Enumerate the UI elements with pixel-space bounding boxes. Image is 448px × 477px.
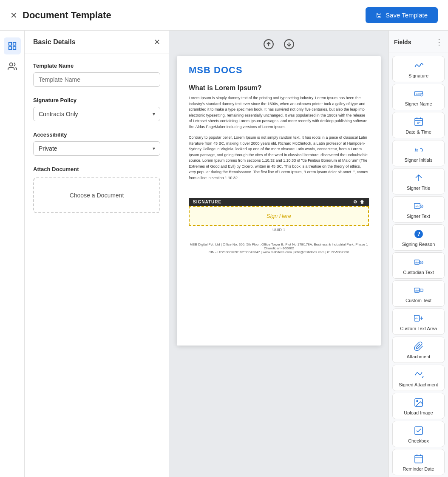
svg-point-4 (9, 63, 12, 66)
field-button-signer-name[interactable]: ABC Signer Name (392, 84, 445, 110)
top-bar-left: ✕ Document Template (10, 10, 111, 21)
scroll-down-button[interactable] (282, 37, 296, 51)
sidebar-icon-details[interactable] (4, 37, 21, 54)
template-name-label: Template Name (33, 63, 160, 69)
field-button-date-time[interactable]: Date & Time (392, 112, 445, 138)
sign-here-area[interactable]: Sign Here (189, 206, 369, 226)
field-button-signing-reason[interactable]: ? Signing Reason (392, 224, 445, 251)
field-label-checkbox: Checkbox (408, 438, 429, 443)
center-panel: MSB DOCS What is Lorem Ipsum? Lorem Ipsu… (169, 31, 388, 477)
main-layout: Basic Details ✕ Template Name Signature … (0, 31, 448, 477)
signature-policy-wrap: Contracts Only All Documents ▾ (33, 107, 160, 121)
field-button-reminder-date[interactable]: Reminder Date (392, 449, 445, 475)
signature-block: SIGNATURE ⚙ 🗑 Sign Here UUID-1 (189, 198, 369, 232)
panel-close-button[interactable]: ✕ (154, 37, 160, 47)
field-button-checkbox[interactable]: Checkbox (392, 421, 445, 447)
fields-panel-menu[interactable]: ⋮ (435, 37, 443, 47)
top-bar: ✕ Document Template 🖫 Save Template (0, 0, 448, 31)
field-label-custodian-text: Custodian Text (403, 270, 434, 275)
accessibility-label: Accessibility (33, 131, 160, 138)
choose-document-label: Choose a Document (70, 192, 124, 199)
signature-field-icon (414, 60, 424, 71)
signature-policy-label: Signature Policy (33, 97, 160, 103)
sidebar-icon-users[interactable] (4, 58, 21, 75)
svg-text:abc: abc (415, 205, 420, 208)
field-button-signer-initials[interactable]: In Signer Initials (392, 140, 445, 166)
icon-sidebar (0, 31, 25, 477)
panel-header: Basic Details ✕ (25, 31, 169, 54)
svg-point-21 (420, 205, 423, 208)
save-template-button[interactable]: 🖫 Save Template (366, 7, 438, 23)
field-button-signer-title[interactable]: Signer Title (392, 168, 445, 194)
field-button-signature[interactable]: Signature (392, 56, 445, 82)
attach-section: Attach Document Choose a Document (33, 166, 160, 213)
close-button[interactable]: ✕ (10, 10, 17, 20)
field-label-signer-name: Signer Name (405, 101, 432, 106)
signature-policy-select[interactable]: Contracts Only All Documents (33, 107, 160, 121)
svg-point-11 (420, 93, 423, 96)
doc-body: What is Lorem Ipsum? Lorem Ipsum is simp… (177, 79, 381, 191)
doc-header: MSB DOCS (177, 56, 381, 79)
arrow-down-circle-icon (284, 39, 295, 50)
field-button-custom-text-area[interactable]: abc Custom Text Area (392, 308, 445, 335)
field-label-signed-attachment: Signed Attachment (399, 382, 438, 387)
doc-para1: Lorem Ipsum is simply dummy text of the … (189, 95, 369, 130)
accessibility-wrap: Private Public ▾ (33, 141, 160, 156)
svg-rect-29 (420, 289, 423, 291)
signature-label-bar: SIGNATURE ⚙ 🗑 (189, 198, 369, 206)
svg-rect-36 (415, 455, 422, 463)
scroll-up-button[interactable] (262, 37, 275, 51)
users-icon (8, 62, 17, 71)
accessibility-select[interactable]: Private Public (33, 141, 160, 156)
field-button-custom-text[interactable]: abc Custom Text (392, 280, 445, 307)
field-label-signer-initials: Signer Initials (404, 157, 432, 163)
signed-attachment-field-icon (414, 369, 424, 380)
fields-panel-title: Fields (394, 39, 411, 46)
signer-initials-field-icon: In (414, 145, 424, 156)
signer-title-field-icon (414, 173, 424, 184)
field-button-attachment[interactable]: Attachment (392, 337, 445, 363)
attach-title: Attach Document (33, 166, 160, 172)
details-icon (8, 41, 17, 51)
signer-name-field-icon: ABC (414, 89, 424, 100)
right-panel: Fields ⋮ Signature ABC Signer Na (388, 31, 448, 477)
svg-text:abc: abc (415, 261, 420, 264)
field-label-attachment: Attachment (407, 354, 431, 359)
signing-reason-field-icon: ? (414, 229, 424, 240)
checkbox-field-icon (414, 426, 424, 437)
field-label-upload-image: Upload Image (404, 410, 433, 415)
template-name-input[interactable] (33, 72, 160, 87)
custom-text-field-icon: abc (414, 285, 424, 296)
sig-settings-icon[interactable]: ⚙ (353, 200, 357, 204)
custom-text-area-field-icon: abc (414, 313, 424, 324)
field-button-custodian-text[interactable]: abc Custodian Text (392, 252, 445, 279)
field-label-signer-text: Signer Text (407, 214, 430, 219)
doc-footer: MSB Digital Pvt. Ltd | Office No. 305, 5… (177, 239, 381, 257)
svg-rect-1 (13, 43, 15, 45)
save-icon: 🖫 (376, 11, 382, 19)
signature-icons: ⚙ 🗑 (353, 200, 365, 204)
field-label-signature: Signature (408, 73, 428, 78)
field-button-upload-image[interactable]: Upload Image (392, 393, 445, 419)
sig-delete-icon[interactable]: 🗑 (360, 200, 365, 204)
left-panel: Basic Details ✕ Template Name Signature … (25, 31, 169, 477)
signer-text-field-icon: abc (414, 201, 424, 212)
svg-text:In: In (414, 148, 418, 152)
field-label-reminder-date: Reminder Date (403, 466, 434, 471)
svg-rect-2 (9, 47, 11, 49)
signature-uuid: UUID-1 (189, 228, 369, 232)
signature-policy-group: Signature Policy Contracts Only All Docu… (33, 97, 160, 121)
field-label-custom-text-area: Custom Text Area (400, 326, 437, 331)
footer-line2: CIN - U72900CH2018PTC042047 | www.msbdoc… (189, 250, 369, 254)
svg-text:abc: abc (415, 317, 419, 320)
page-title: Document Template (23, 10, 111, 21)
svg-point-34 (417, 400, 418, 402)
doc-logo: MSB DOCS (189, 65, 369, 76)
svg-rect-0 (9, 43, 11, 45)
field-button-signed-attachment[interactable]: Signed Attachment (392, 365, 445, 391)
field-button-signer-text[interactable]: abc Signer Text (392, 196, 445, 223)
reminder-date-field-icon (414, 454, 424, 465)
template-name-group: Template Name (33, 63, 160, 87)
choose-document-area[interactable]: Choose a Document (33, 177, 160, 213)
panel-title: Basic Details (33, 38, 76, 46)
